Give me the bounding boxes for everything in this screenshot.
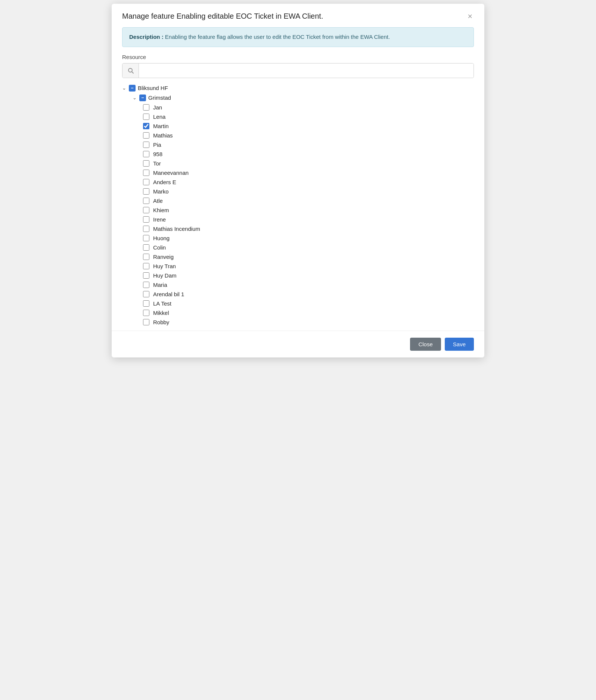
list-item: Arendal bil 1	[143, 289, 474, 299]
description-text: Enabling the feature flag allows the use…	[165, 34, 390, 40]
item-checkbox[interactable]	[143, 291, 149, 297]
modal-footer: Close Save	[112, 331, 484, 357]
child-node: ⌄ − Grimstad	[133, 93, 474, 103]
item-checkbox[interactable]	[143, 216, 149, 223]
item-label: LA Test	[153, 300, 171, 307]
modal-title: Manage feature Enabling editable EOC Tic…	[122, 12, 323, 21]
item-label: Anders E	[153, 179, 176, 185]
list-item: Mikkel	[143, 308, 474, 318]
item-label: Tor	[153, 160, 161, 167]
item-checkbox[interactable]	[143, 132, 149, 139]
tree-container: ⌄ − Bliksund HF ⌄ − Grimstad JanLenaMart…	[122, 83, 474, 327]
search-input[interactable]	[139, 64, 474, 78]
item-checkbox[interactable]	[143, 123, 149, 129]
root-minus-badge: −	[129, 85, 136, 92]
list-item: LA Test	[143, 299, 474, 308]
item-label: 958	[153, 151, 162, 157]
item-label: Irene	[153, 216, 166, 223]
item-label: Huong	[153, 235, 170, 241]
list-item: 958	[143, 149, 474, 159]
list-item: Mathias	[143, 131, 474, 140]
modal-container: Manage feature Enabling editable EOC Tic…	[112, 4, 484, 357]
search-bar	[122, 63, 474, 78]
item-label: Robby	[153, 319, 169, 325]
child-toggle[interactable]: ⌄	[133, 95, 139, 100]
item-checkbox[interactable]	[143, 254, 149, 260]
root-toggle[interactable]: ⌄	[122, 85, 129, 91]
item-label: Maria	[153, 282, 167, 288]
item-checkbox[interactable]	[143, 282, 149, 288]
sub-tree: ⌄ − Grimstad JanLenaMartinMathiasPia958T…	[133, 93, 474, 327]
list-item: Colin	[143, 243, 474, 252]
item-label: Jan	[153, 104, 162, 111]
item-label: Huy Dam	[153, 272, 177, 279]
item-checkbox[interactable]	[143, 310, 149, 316]
list-item: Huy Tran	[143, 261, 474, 271]
list-item: Marko	[143, 187, 474, 196]
item-label: Arendal bil 1	[153, 291, 184, 297]
item-checkbox[interactable]	[143, 272, 149, 279]
item-label: Pia	[153, 142, 161, 148]
list-item: Ranveig	[143, 252, 474, 261]
item-checkbox[interactable]	[143, 104, 149, 111]
item-label: Ranveig	[153, 254, 174, 260]
item-checkbox[interactable]	[143, 207, 149, 213]
list-item: Anders E	[143, 177, 474, 187]
item-label: Marko	[153, 188, 169, 195]
item-checkbox[interactable]	[143, 170, 149, 176]
item-label: Khiem	[153, 207, 169, 213]
item-checkbox[interactable]	[143, 114, 149, 120]
root-label: Bliksund HF	[138, 85, 168, 91]
item-checkbox[interactable]	[143, 235, 149, 241]
list-item: Irene	[143, 215, 474, 224]
item-checkbox[interactable]	[143, 319, 149, 325]
modal-header: Manage feature Enabling editable EOC Tic…	[112, 4, 484, 27]
item-checkbox[interactable]	[143, 244, 149, 251]
svg-line-1	[132, 72, 133, 73]
item-checkbox[interactable]	[143, 160, 149, 167]
item-checkbox[interactable]	[143, 188, 149, 195]
description-label: Description :	[129, 34, 164, 40]
item-label: Atle	[153, 198, 163, 204]
item-label: Lena	[153, 114, 165, 120]
item-label: Martin	[153, 123, 169, 129]
item-label: Mikkel	[153, 310, 169, 316]
save-button[interactable]: Save	[445, 338, 474, 351]
list-item: Robby	[143, 318, 474, 327]
list-item: Mathias Incendium	[143, 224, 474, 233]
description-box: Description : Enabling the feature flag …	[122, 27, 474, 47]
list-item: Tor	[143, 159, 474, 168]
list-item: Huong	[143, 233, 474, 243]
list-item: Khiem	[143, 205, 474, 215]
item-checkbox[interactable]	[143, 179, 149, 185]
item-label: Colin	[153, 244, 166, 251]
list-item: Huy Dam	[143, 271, 474, 280]
search-icon	[122, 64, 139, 78]
item-label: Maneevannan	[153, 170, 189, 176]
child-label: Grimstad	[148, 95, 171, 101]
list-item: Jan	[143, 103, 474, 112]
resource-label: Resource	[122, 54, 474, 60]
item-checkbox[interactable]	[143, 300, 149, 307]
list-item: Maria	[143, 280, 474, 289]
item-checkbox[interactable]	[143, 198, 149, 204]
item-checkbox[interactable]	[143, 142, 149, 148]
child-minus-badge: −	[139, 95, 146, 101]
list-item: Pia	[143, 140, 474, 149]
sub-tree-item: ⌄ − Grimstad JanLenaMartinMathiasPia958T…	[133, 93, 474, 327]
item-checkbox[interactable]	[143, 151, 149, 157]
list-item: Martin	[143, 121, 474, 131]
tree-root: ⌄ − Bliksund HF ⌄ − Grimstad JanLenaMart…	[122, 83, 474, 327]
item-checkbox[interactable]	[143, 226, 149, 232]
items-list: JanLenaMartinMathiasPia958TorManeevannan…	[143, 103, 474, 327]
tree-root-item: ⌄ − Bliksund HF ⌄ − Grimstad JanLenaMart…	[122, 83, 474, 327]
item-label: Mathias	[153, 132, 173, 139]
close-button[interactable]: Close	[410, 338, 441, 351]
item-label: Mathias Incendium	[153, 226, 200, 232]
root-node: ⌄ − Bliksund HF	[122, 83, 474, 93]
list-item: Atle	[143, 196, 474, 205]
item-checkbox[interactable]	[143, 263, 149, 269]
item-label: Huy Tran	[153, 263, 176, 269]
modal-close-button[interactable]: ×	[466, 12, 474, 21]
list-item: Maneevannan	[143, 168, 474, 177]
